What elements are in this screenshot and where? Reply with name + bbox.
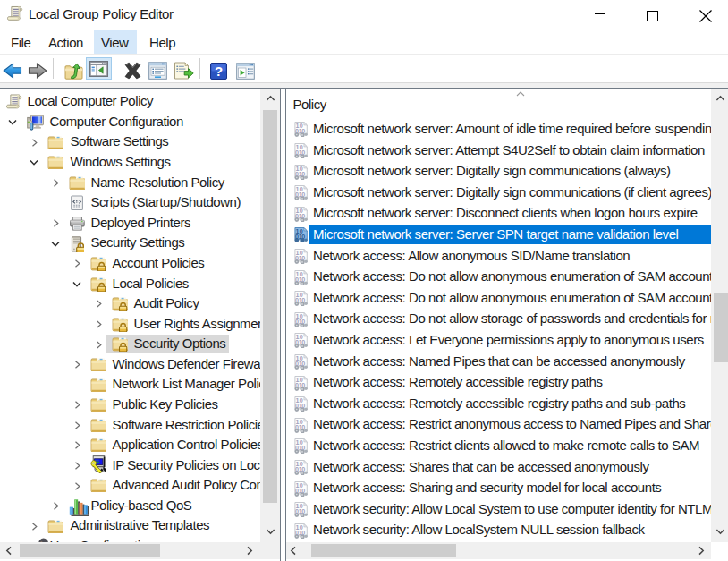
svg-text:?: ? <box>215 64 223 79</box>
